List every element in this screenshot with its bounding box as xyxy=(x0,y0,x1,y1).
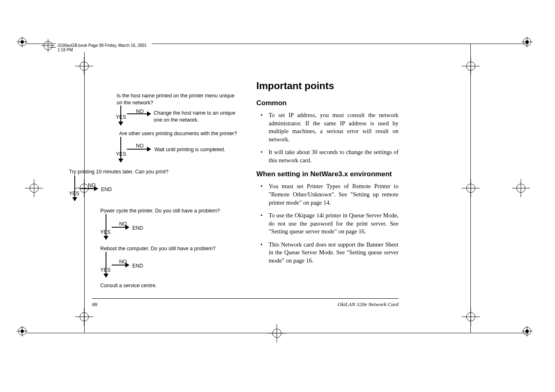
flow-end: END xyxy=(132,225,143,232)
flow-end: END xyxy=(101,186,112,193)
registration-cross-icon xyxy=(80,312,89,321)
page-footer: 88 OkiLAN 320e Network Card xyxy=(92,298,398,308)
flow-question: Are other users printing documents with … xyxy=(119,130,238,137)
flow-question: Power cycle the printer. Do you still ha… xyxy=(100,208,232,214)
heading-netware: When setting in NetWare3.x environment xyxy=(256,170,398,178)
flowchart: Is the host name printed on the printer … xyxy=(92,80,232,297)
flow-final: Consult a service centre. xyxy=(100,282,157,289)
flow-end: END xyxy=(132,263,143,270)
text-column: Important points Common To set IP addres… xyxy=(256,80,398,297)
flow-question: Is the host name printed on the printer … xyxy=(117,92,236,106)
flow-question: Try printing 10 minutes later. Can you p… xyxy=(69,168,200,175)
doc-title: OkiLAN 320e Network Card xyxy=(338,301,398,308)
registration-cross-icon xyxy=(466,312,475,321)
registration-cross-icon xyxy=(272,329,281,338)
page-content: Is the host name printed on the printer … xyxy=(92,80,398,297)
registration-cross-icon xyxy=(516,184,525,193)
registration-cross-icon xyxy=(466,184,475,193)
crop-mark-icon xyxy=(18,327,32,341)
list-item: To use the Okipage 14i printer in Queue … xyxy=(269,212,398,236)
heading-important: Important points xyxy=(256,80,398,92)
crop-mark-icon xyxy=(523,327,537,341)
registration-cross-icon xyxy=(466,62,475,71)
book-tab-text: 3100euGB.book Page 88 Friday, March 16, … xyxy=(56,43,152,52)
bullet-list: You must set Printer Types of Remote Pri… xyxy=(256,182,398,265)
list-item: You must set Printer Types of Remote Pri… xyxy=(269,182,398,207)
page-number: 88 xyxy=(92,301,97,308)
list-item: To set IP address, you must consult the … xyxy=(269,111,398,143)
flow-question: Reboot the computer. Do you still have a… xyxy=(100,245,232,252)
flow-action: Change the host name to an unique one on… xyxy=(154,110,236,124)
crop-mark-icon xyxy=(523,38,537,52)
registration-cross-icon xyxy=(80,62,89,71)
list-item: It will take about 30 seconds to change … xyxy=(269,148,398,164)
bullet-list: To set IP address, you must consult the … xyxy=(256,111,398,164)
registration-cross-icon xyxy=(30,184,39,193)
book-tab: 3100euGB.book Page 88 Friday, March 16, … xyxy=(49,44,152,51)
heading-common: Common xyxy=(256,99,398,107)
crop-mark-icon xyxy=(18,38,32,52)
flow-action: Wait until printing is completed. xyxy=(154,146,237,153)
list-item: This Network card does not support the B… xyxy=(269,241,398,265)
